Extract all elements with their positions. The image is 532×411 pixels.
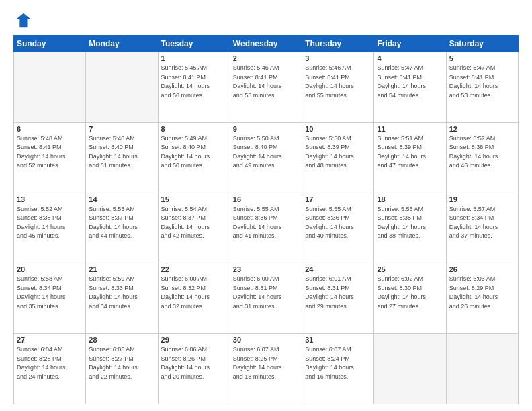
- logo-icon: [13, 11, 32, 30]
- day-cell: 29Sunrise: 6:06 AM Sunset: 8:26 PM Dayli…: [158, 334, 230, 404]
- week-row-5: 27Sunrise: 6:04 AM Sunset: 8:28 PM Dayli…: [14, 334, 519, 404]
- day-info: Sunrise: 5:48 AM Sunset: 8:41 PM Dayligh…: [17, 134, 83, 171]
- calendar-header-monday: Monday: [86, 36, 158, 52]
- week-row-4: 20Sunrise: 5:58 AM Sunset: 8:34 PM Dayli…: [14, 263, 519, 334]
- day-cell: 7Sunrise: 5:48 AM Sunset: 8:40 PM Daylig…: [86, 122, 158, 193]
- day-info: Sunrise: 5:50 AM Sunset: 8:40 PM Dayligh…: [233, 134, 299, 171]
- day-cell: 6Sunrise: 5:48 AM Sunset: 8:41 PM Daylig…: [14, 122, 86, 193]
- day-number: 26: [449, 265, 515, 273]
- day-number: 15: [161, 195, 227, 203]
- day-info: Sunrise: 5:55 AM Sunset: 8:36 PM Dayligh…: [305, 205, 371, 241]
- day-number: 6: [17, 125, 83, 133]
- day-cell: 28Sunrise: 6:05 AM Sunset: 8:27 PM Dayli…: [86, 334, 158, 404]
- day-info: Sunrise: 6:01 AM Sunset: 8:31 PM Dayligh…: [305, 275, 371, 311]
- day-info: Sunrise: 6:07 AM Sunset: 8:25 PM Dayligh…: [233, 345, 299, 381]
- day-info: Sunrise: 6:00 AM Sunset: 8:32 PM Dayligh…: [161, 275, 227, 311]
- day-number: 14: [89, 195, 154, 203]
- day-cell: 17Sunrise: 5:55 AM Sunset: 8:36 PM Dayli…: [302, 193, 374, 263]
- week-row-3: 13Sunrise: 5:52 AM Sunset: 8:38 PM Dayli…: [14, 193, 519, 263]
- day-number: 8: [161, 125, 227, 133]
- day-info: Sunrise: 6:05 AM Sunset: 8:27 PM Dayligh…: [89, 345, 154, 381]
- day-cell: 14Sunrise: 5:53 AM Sunset: 8:37 PM Dayli…: [86, 193, 158, 263]
- day-number: 30: [233, 336, 299, 344]
- day-cell: 9Sunrise: 5:50 AM Sunset: 8:40 PM Daylig…: [230, 122, 302, 193]
- day-cell: [86, 52, 158, 123]
- day-number: 27: [17, 336, 83, 344]
- svg-marker-0: [16, 13, 31, 28]
- day-number: 10: [305, 125, 371, 133]
- day-cell: [446, 334, 518, 404]
- day-cell: 30Sunrise: 6:07 AM Sunset: 8:25 PM Dayli…: [230, 334, 302, 404]
- calendar-header-tuesday: Tuesday: [158, 36, 230, 52]
- day-info: Sunrise: 5:45 AM Sunset: 8:41 PM Dayligh…: [161, 64, 227, 100]
- day-cell: 13Sunrise: 5:52 AM Sunset: 8:38 PM Dayli…: [14, 193, 86, 263]
- day-info: Sunrise: 5:48 AM Sunset: 8:40 PM Dayligh…: [89, 134, 154, 171]
- day-cell: 11Sunrise: 5:51 AM Sunset: 8:39 PM Dayli…: [374, 122, 446, 193]
- day-number: 18: [377, 195, 443, 203]
- day-number: 16: [233, 195, 299, 203]
- page: SundayMondayTuesdayWednesdayThursdayFrid…: [0, 0, 532, 411]
- calendar-header-sunday: Sunday: [14, 36, 86, 52]
- calendar-header-friday: Friday: [374, 36, 446, 52]
- day-number: 21: [89, 265, 154, 273]
- day-cell: 25Sunrise: 6:02 AM Sunset: 8:30 PM Dayli…: [374, 263, 446, 334]
- day-cell: [14, 52, 86, 123]
- day-cell: 27Sunrise: 6:04 AM Sunset: 8:28 PM Dayli…: [14, 334, 86, 404]
- day-info: Sunrise: 5:59 AM Sunset: 8:33 PM Dayligh…: [89, 275, 154, 311]
- day-number: 1: [161, 54, 227, 62]
- day-info: Sunrise: 6:03 AM Sunset: 8:29 PM Dayligh…: [449, 275, 515, 311]
- day-number: 12: [449, 125, 515, 133]
- day-number: 3: [305, 54, 371, 62]
- day-number: 5: [449, 54, 515, 62]
- day-info: Sunrise: 5:51 AM Sunset: 8:39 PM Dayligh…: [377, 134, 443, 171]
- day-info: Sunrise: 6:07 AM Sunset: 8:24 PM Dayligh…: [305, 345, 371, 381]
- day-cell: 16Sunrise: 5:55 AM Sunset: 8:36 PM Dayli…: [230, 193, 302, 263]
- day-cell: 24Sunrise: 6:01 AM Sunset: 8:31 PM Dayli…: [302, 263, 374, 334]
- day-info: Sunrise: 5:46 AM Sunset: 8:41 PM Dayligh…: [305, 64, 371, 100]
- day-info: Sunrise: 6:00 AM Sunset: 8:31 PM Dayligh…: [233, 275, 299, 311]
- day-number: 17: [305, 195, 371, 203]
- day-number: 11: [377, 125, 443, 133]
- week-row-2: 6Sunrise: 5:48 AM Sunset: 8:41 PM Daylig…: [14, 122, 519, 193]
- day-number: 4: [377, 54, 443, 62]
- day-info: Sunrise: 5:53 AM Sunset: 8:37 PM Dayligh…: [89, 205, 154, 241]
- day-number: 22: [161, 265, 227, 273]
- day-info: Sunrise: 5:47 AM Sunset: 8:41 PM Dayligh…: [449, 64, 515, 100]
- day-number: 31: [305, 336, 371, 344]
- day-info: Sunrise: 5:54 AM Sunset: 8:37 PM Dayligh…: [161, 205, 227, 241]
- day-info: Sunrise: 5:47 AM Sunset: 8:41 PM Dayligh…: [377, 64, 443, 100]
- day-info: Sunrise: 5:46 AM Sunset: 8:41 PM Dayligh…: [233, 64, 299, 100]
- day-number: 25: [377, 265, 443, 273]
- day-cell: 12Sunrise: 5:52 AM Sunset: 8:38 PM Dayli…: [446, 122, 518, 193]
- day-info: Sunrise: 5:55 AM Sunset: 8:36 PM Dayligh…: [233, 205, 299, 241]
- day-number: 19: [449, 195, 515, 203]
- day-number: 23: [233, 265, 299, 273]
- day-info: Sunrise: 5:49 AM Sunset: 8:40 PM Dayligh…: [161, 134, 227, 171]
- day-cell: 2Sunrise: 5:46 AM Sunset: 8:41 PM Daylig…: [230, 52, 302, 123]
- day-info: Sunrise: 6:02 AM Sunset: 8:30 PM Dayligh…: [377, 275, 443, 311]
- day-cell: 4Sunrise: 5:47 AM Sunset: 8:41 PM Daylig…: [374, 52, 446, 123]
- day-cell: 23Sunrise: 6:00 AM Sunset: 8:31 PM Dayli…: [230, 263, 302, 334]
- day-number: 29: [161, 336, 227, 344]
- week-row-1: 1Sunrise: 5:45 AM Sunset: 8:41 PM Daylig…: [14, 52, 519, 123]
- day-cell: 31Sunrise: 6:07 AM Sunset: 8:24 PM Dayli…: [302, 334, 374, 404]
- calendar: SundayMondayTuesdayWednesdayThursdayFrid…: [13, 35, 519, 404]
- day-cell: 1Sunrise: 5:45 AM Sunset: 8:41 PM Daylig…: [158, 52, 230, 123]
- day-info: Sunrise: 5:50 AM Sunset: 8:39 PM Dayligh…: [305, 134, 371, 171]
- day-cell: 3Sunrise: 5:46 AM Sunset: 8:41 PM Daylig…: [302, 52, 374, 123]
- day-number: 9: [233, 125, 299, 133]
- day-cell: 20Sunrise: 5:58 AM Sunset: 8:34 PM Dayli…: [14, 263, 86, 334]
- day-cell: 22Sunrise: 6:00 AM Sunset: 8:32 PM Dayli…: [158, 263, 230, 334]
- calendar-header-wednesday: Wednesday: [230, 36, 302, 52]
- day-number: 13: [17, 195, 83, 203]
- day-info: Sunrise: 5:58 AM Sunset: 8:34 PM Dayligh…: [17, 275, 83, 311]
- day-cell: 26Sunrise: 6:03 AM Sunset: 8:29 PM Dayli…: [446, 263, 518, 334]
- day-cell: 8Sunrise: 5:49 AM Sunset: 8:40 PM Daylig…: [158, 122, 230, 193]
- day-info: Sunrise: 6:04 AM Sunset: 8:28 PM Dayligh…: [17, 345, 83, 381]
- calendar-header-saturday: Saturday: [446, 36, 518, 52]
- day-number: 28: [89, 336, 154, 344]
- day-info: Sunrise: 5:57 AM Sunset: 8:34 PM Dayligh…: [449, 205, 515, 241]
- day-number: 24: [305, 265, 371, 273]
- day-cell: 21Sunrise: 5:59 AM Sunset: 8:33 PM Dayli…: [86, 263, 158, 334]
- day-cell: 5Sunrise: 5:47 AM Sunset: 8:41 PM Daylig…: [446, 52, 518, 123]
